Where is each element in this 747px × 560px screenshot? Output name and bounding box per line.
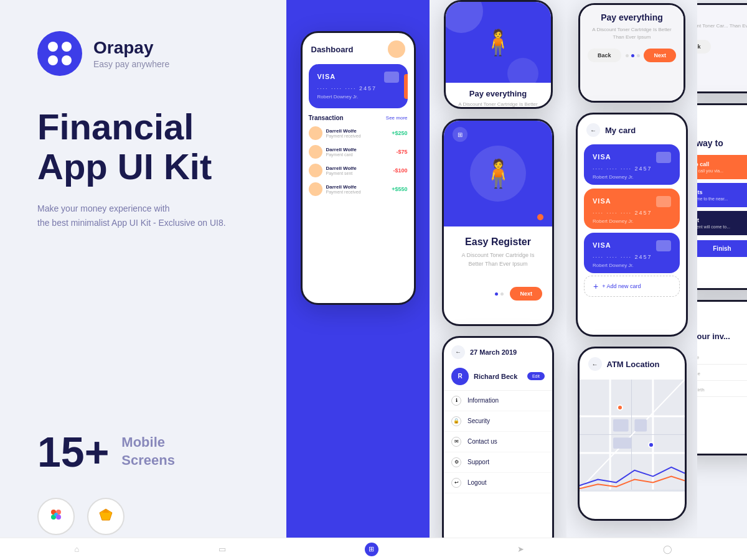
mycard-back-btn[interactable]: ←: [586, 123, 600, 137]
sketch-icon: [98, 508, 113, 525]
add-card-label: + Add new card: [602, 283, 641, 289]
dot-r1: [495, 292, 498, 296]
brand-name: Orapay: [93, 38, 169, 58]
brand-tagline: Easy pay anywhere: [93, 59, 169, 69]
transaction-item: Darrell Wolfe Payment card -$75: [309, 142, 408, 161]
logout-icon: ↩: [451, 478, 461, 488]
phone-dashboard: Dashboard VISA ···· ···· ···· 2457 Rober…: [301, 31, 416, 305]
nav-send-icon2: ➤: [517, 544, 524, 554]
logo-text: Orapay Easy pay anywhere: [93, 38, 169, 69]
t-avatar-4: [309, 182, 322, 196]
chip-3: [656, 240, 671, 251]
register-title: Easy Register: [454, 236, 542, 248]
atm-header: ← ATM Location: [580, 348, 685, 380]
card-chip: [384, 72, 399, 83]
t-info-4: Darrell Wolfe Payment received: [326, 184, 388, 194]
option-videocall[interactable]: Video call We will call you via...: [697, 155, 747, 179]
menu-item-support[interactable]: ⚙ Support: [444, 452, 552, 473]
fill-field-fullname: Full name: [697, 351, 747, 365]
onboard-dots-col3: [626, 54, 640, 57]
option-outlets[interactable]: Outlets You come to the near...: [697, 183, 747, 207]
visa-card-blue: VISA ···· ···· ···· 2457 Robert Downey J…: [309, 64, 408, 108]
stats-number: 15+: [37, 431, 109, 473]
col-blue: Dashboard VISA ···· ···· ···· 2457 Rober…: [286, 0, 430, 560]
btn-register-next[interactable]: Next: [510, 287, 542, 301]
fill-header: ⊞ Fill your inv...: [697, 302, 747, 348]
menu-item-security[interactable]: 🔒 Security: [444, 411, 552, 432]
transaction-item: Darrell Wolfe Payment received +$250: [309, 124, 408, 142]
support-icon: ⚙: [451, 457, 461, 467]
svg-rect-17: [634, 419, 647, 432]
phone-partial-top: Let's A Discount Toner Car... Than Ever …: [697, 3, 747, 93]
security-icon: 🔒: [451, 416, 461, 426]
dashboard-title: Dashboard: [311, 45, 354, 54]
btn-back-col4[interactable]: Back: [697, 40, 711, 54]
info-icon: ℹ: [451, 396, 461, 406]
btn-next-col3[interactable]: Next: [644, 49, 676, 62]
phone-atm: ← ATM Location: [578, 347, 687, 521]
phone-profile: ← 27 March 2019 R Richard Beck Edit ℹ In…: [442, 336, 554, 554]
atm-title: ATM Location: [607, 360, 660, 369]
edit-btn[interactable]: Edit: [527, 372, 545, 380]
onboard-top-title: Pay everything: [454, 89, 542, 98]
pickway-header: ⊞: [697, 105, 747, 138]
mycard-title: My card: [605, 126, 636, 135]
transaction-item: Darrell Wolfe Payment sent -$100: [309, 161, 408, 180]
dot-r2: [500, 292, 504, 296]
phone-mycard: ← My card VISA ···· ···· ···· 2457 Rober…: [576, 113, 688, 337]
col-pickway: Let's A Discount Toner Car... Than Ever …: [697, 0, 747, 560]
figma-icon: [49, 508, 63, 525]
atm-back-btn[interactable]: ←: [588, 357, 602, 371]
atm-chart: [580, 461, 685, 492]
onboard-top-desc: A Discount Toner Cartridge Is Better Tha…: [454, 101, 542, 109]
mycard-card-2: VISA ···· ···· ···· 2457 Robert Downey J…: [584, 189, 680, 229]
phone-onboard-col3: Pay everything A Discount Toner Cartridg…: [578, 3, 685, 103]
menu-item-contact[interactable]: ✉ Contact us: [444, 432, 552, 452]
register-dots: [495, 292, 504, 296]
t-avatar-1: [309, 126, 322, 140]
phone-fill: ⊞ Fill your inv... Full name Username Da…: [697, 300, 747, 455]
phone-nav-profile: ⌂ ▭ ⊞ ➤ ◯: [442, 538, 554, 554]
profile-date: 27 March 2019: [470, 348, 517, 356]
profile-back-btn[interactable]: ←: [451, 345, 465, 359]
finish-btn[interactable]: Finish: [697, 240, 747, 257]
main-heading: Financial App UI Kit: [37, 107, 255, 187]
dashboard-avatar: [388, 40, 405, 58]
main-description: Make your money experience with the best…: [37, 202, 255, 231]
t-info-1: Darrell Wolfe Payment received: [326, 128, 388, 138]
mycard-card-3: VISA ···· ···· ···· 2457 Robert Downey J…: [584, 233, 680, 273]
chip-2: [656, 196, 671, 207]
map-area: [580, 380, 685, 492]
phone-register: ⊞ 🧍 Easy Register A Discount Toner Cartr…: [442, 119, 554, 326]
svg-rect-18: [613, 437, 631, 449]
menu-item-information[interactable]: ℹ Information: [444, 391, 552, 411]
figma-icon-circle: [37, 498, 75, 535]
card-number: ···· ···· ···· 2457: [317, 85, 399, 91]
onboard-col3-title: Pay everything: [588, 12, 676, 22]
option-agent[interactable]: Agent Our agent will come to...: [697, 211, 747, 235]
menu-item-logout[interactable]: ↩ Logout: [444, 473, 552, 493]
transaction-item: Darrell Wolfe Payment received +$550: [309, 180, 408, 198]
t-avatar-3: [309, 164, 322, 177]
map-pin-1: [617, 404, 623, 411]
card-holder: Robert Downey Jr.: [317, 94, 399, 100]
sketch-icon-circle: [87, 498, 125, 535]
phone-onboard-top: 🧍 Pay everything A Discount Toner Cartri…: [444, 0, 553, 109]
add-card-btn[interactable]: + + Add new card: [584, 276, 680, 297]
profile-avatar: R: [451, 368, 469, 385]
fill-field-dob: Date of birth: [697, 383, 747, 397]
register-illustration: 🧍: [481, 157, 515, 190]
btn-back-col3[interactable]: Back: [588, 49, 621, 62]
mycard-header: ← My card: [578, 114, 686, 142]
fill-title: Fill your inv...: [697, 332, 747, 341]
mycard-card-1: VISA ···· ···· ···· 2457 Robert Downey J…: [584, 144, 680, 185]
right-panel: Dashboard VISA ···· ···· ···· 2457 Rober…: [286, 0, 747, 560]
pickway-title-wrapper: Pick way to: [697, 138, 747, 152]
transaction-section: Transaction See more Darrell Wolfe Payme…: [303, 111, 414, 202]
t-info-3: Darrell Wolfe Payment sent: [326, 166, 390, 175]
logo-icon: [37, 31, 82, 76]
pickway-title: Pick way to: [697, 138, 723, 148]
register-logo-icon: ⊞: [458, 131, 463, 138]
transaction-title: Transaction: [309, 114, 344, 121]
map-pin-2: [648, 442, 654, 448]
